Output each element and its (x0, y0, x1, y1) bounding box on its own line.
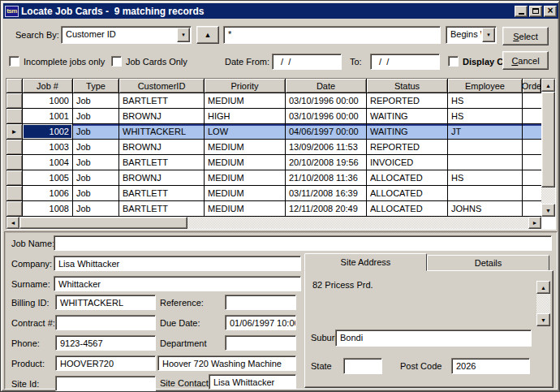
grid-cell[interactable]: 04/06/1997 00:00 (286, 124, 367, 140)
grid-cell[interactable]: ALLOCATED (367, 170, 448, 186)
horizontal-scrollbar[interactable]: ◄ ► (6, 217, 541, 229)
date-from-input[interactable]: / / (272, 54, 342, 70)
phone-input[interactable]: 9123-4567 (55, 335, 156, 351)
chevron-down-icon[interactable]: ▼ (177, 28, 190, 42)
table-row[interactable]: ►1002JobWHITTACKERLLOW04/06/1997 00:00WA… (6, 124, 541, 140)
address-scroll-track[interactable] (536, 294, 550, 313)
grid-cell[interactable]: ALLOCATED (367, 186, 448, 201)
table-row[interactable]: 1008JobBARTLETTMEDIUM12/11/2008 20:49ALL… (6, 201, 541, 217)
product-description-input[interactable]: Hoover 720 Washing Machine (157, 355, 296, 371)
tab-details[interactable]: Details (427, 255, 549, 271)
job-name-input[interactable] (54, 235, 552, 251)
contract-input[interactable] (55, 315, 156, 330)
column-header-orde[interactable]: Orde (523, 79, 541, 93)
product-input[interactable]: HOOVER720 (55, 355, 156, 371)
surname-input[interactable]: Whittacker (54, 276, 301, 291)
grid-cell[interactable]: HS (448, 93, 523, 109)
grid-cell[interactable] (523, 93, 541, 109)
company-input[interactable]: Lisa Whittacker (54, 256, 301, 271)
column-header-employee[interactable]: Employee (448, 79, 523, 93)
grid-cell[interactable]: BROWNJ (119, 140, 205, 155)
table-row[interactable]: 1004JobBARTLETTMEDIUM20/10/2008 19:56INV… (6, 155, 541, 170)
grid-cell[interactable]: MEDIUM (205, 201, 286, 217)
reference-input[interactable] (225, 295, 296, 310)
post-code-input[interactable]: 2026 (451, 358, 530, 374)
scroll-up-icon[interactable]: ▲ (536, 281, 550, 294)
display-colours-checkbox[interactable] (448, 56, 459, 67)
column-header-date[interactable]: Date (286, 79, 367, 93)
grid-cell[interactable]: 13/09/2006 11:53 (286, 140, 367, 155)
grid-cell[interactable] (523, 170, 541, 186)
grid-cell[interactable]: MEDIUM (205, 186, 286, 201)
grid-cell[interactable] (448, 186, 523, 201)
grid-cell[interactable]: Job (73, 93, 119, 109)
grid-cell[interactable]: MEDIUM (205, 155, 286, 170)
billing-id-input[interactable]: WHITTACKERL (55, 295, 156, 310)
grid-cell[interactable]: INVOICED (367, 155, 448, 170)
grid-cell[interactable] (448, 140, 523, 155)
grid-cell[interactable]: 03/11/2008 16:39 (286, 186, 367, 201)
column-header-customerid[interactable]: CustomerID (119, 79, 205, 93)
title-bar[interactable]: tsm Locate Job Cards - 9 matching record… (3, 3, 558, 19)
grid-cell[interactable]: REPORTED (367, 140, 448, 155)
maximize-button[interactable] (529, 6, 542, 17)
site-id-input[interactable] (55, 376, 156, 391)
address-scrollbar[interactable]: ▲ ▼ (536, 281, 550, 326)
grid-cell[interactable]: JT (448, 124, 523, 140)
grid-cell[interactable]: WAITING (367, 124, 448, 140)
suburb-input[interactable]: Bondi (335, 330, 532, 347)
match-mode-select[interactable]: Begins Wi ▼ (446, 26, 497, 44)
grid-cell[interactable]: HS (448, 109, 523, 124)
row-selector[interactable] (6, 140, 23, 155)
horizontal-scroll-thumb[interactable] (19, 217, 187, 229)
row-selector[interactable] (6, 109, 23, 124)
row-selector[interactable] (6, 186, 23, 201)
minimize-button[interactable] (515, 6, 528, 17)
search-query-input[interactable]: * (223, 26, 441, 44)
grid-cell[interactable]: ALLOCATED (367, 201, 448, 217)
close-button[interactable]: × (544, 6, 557, 17)
table-row[interactable]: 1005JobBROWNJMEDIUM21/10/2008 11:36ALLOC… (6, 170, 541, 186)
grid-cell[interactable]: MEDIUM (205, 170, 286, 186)
grid-cell[interactable]: BARTLETT (119, 201, 205, 217)
job-cards-only-checkbox[interactable] (111, 56, 122, 67)
table-row[interactable]: 1000JobBARTLETTMEDIUM03/10/1996 00:00REP… (6, 93, 541, 109)
grid-cell[interactable]: Job (73, 170, 119, 186)
grid-cell[interactable]: HIGH (205, 109, 286, 124)
grid-cell[interactable]: 12/11/2008 20:49 (286, 201, 367, 217)
department-input[interactable] (225, 335, 296, 351)
row-selector[interactable] (6, 201, 23, 217)
grid-cell[interactable] (448, 155, 523, 170)
site-contact-input[interactable]: Lisa Whittacker (209, 374, 296, 390)
row-selector[interactable] (6, 93, 23, 109)
grid-cell[interactable]: Job (73, 155, 119, 170)
grid-cell[interactable] (523, 155, 541, 170)
vertical-scroll-track[interactable] (541, 187, 555, 204)
grid-cell[interactable]: JOHNS (448, 201, 523, 217)
grid-cell[interactable]: 03/10/1996 00:00 (286, 109, 367, 124)
grid-cell[interactable]: Job (73, 124, 119, 140)
grid-cell[interactable] (523, 140, 541, 155)
grid-cell[interactable]: Job (73, 140, 119, 155)
grid-cell[interactable]: BROWNJ (119, 109, 205, 124)
column-header-job[interactable]: Job # (23, 79, 73, 93)
scroll-left-icon[interactable]: ◄ (6, 217, 19, 229)
grid-cell[interactable]: Job (73, 201, 119, 217)
table-row[interactable]: 1003JobBROWNJMEDIUM13/09/2006 11:53REPOR… (6, 140, 541, 155)
grid-cell[interactable]: BARTLETT (119, 186, 205, 201)
grid-cell[interactable]: LOW (205, 124, 286, 140)
grid-cell[interactable]: BARTLETT (119, 93, 205, 109)
grid-cell[interactable]: BROWNJ (119, 170, 205, 186)
column-header-priority[interactable]: Priority (205, 79, 286, 93)
row-selector[interactable] (6, 155, 23, 170)
grid-cell[interactable]: 1004 (23, 155, 73, 170)
grid-cell[interactable]: 1000 (23, 93, 73, 109)
column-header-status[interactable]: Status (367, 79, 448, 93)
grid-cell[interactable]: 1008 (23, 201, 73, 217)
grid-cell[interactable]: 1002 (23, 124, 73, 140)
grid-cell[interactable]: HS (448, 170, 523, 186)
grid-cell[interactable]: MEDIUM (205, 93, 286, 109)
due-date-input[interactable]: 01/06/1997 10:00 (225, 315, 296, 330)
grid-cell[interactable]: Job (73, 186, 119, 201)
grid-cell[interactable]: 1003 (23, 140, 73, 155)
